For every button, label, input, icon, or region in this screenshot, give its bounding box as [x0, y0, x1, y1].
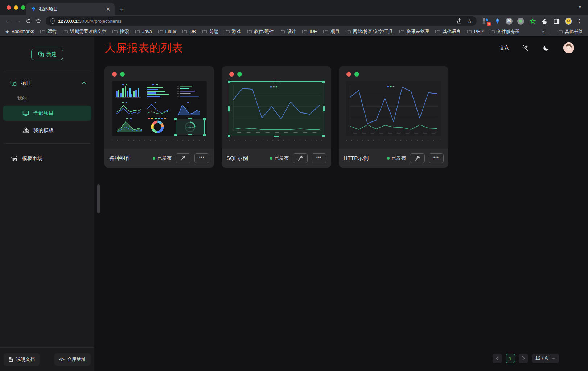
docs-button[interactable]: 说明文档	[4, 353, 40, 366]
bookmark-folder[interactable]: 资讯未整理	[399, 29, 429, 35]
project-thumbnail[interactable]	[346, 81, 441, 136]
back-icon[interactable]: ←	[3, 16, 13, 26]
browser-menu-icon[interactable]: ⋮	[577, 18, 582, 24]
main-content: 大屏报表的列表 文A	[94, 37, 588, 371]
card-footer: HTTP示例 已发布 •••	[339, 149, 448, 168]
bookmark-folder[interactable]: PHP	[467, 29, 484, 34]
project-card[interactable]: HTTP示例 已发布 •••	[339, 66, 448, 168]
tab-manager-extension-icon[interactable]: 9	[482, 17, 489, 25]
project-cards: 25.00% 各种组件 已发布 •••	[104, 66, 588, 168]
share-icon[interactable]	[457, 18, 462, 24]
status-dot	[270, 157, 272, 160]
star-icon: ★	[5, 29, 9, 34]
project-card[interactable]: SQL示例 已发布 •••	[222, 66, 331, 168]
bookmark-star-icon[interactable]: ☆	[467, 18, 472, 25]
maximize-window-button[interactable]	[21, 5, 25, 10]
hammer-icon	[415, 155, 420, 161]
bookmark-folder[interactable]: 网站/博客/文章/工具	[346, 29, 393, 35]
new-tab-button[interactable]: +	[120, 6, 124, 13]
tab-close-icon[interactable]: ✕	[106, 6, 110, 12]
bookmark-folder[interactable]: 运营	[40, 29, 57, 35]
bookmark-folder[interactable]: 搜索	[112, 29, 129, 35]
bookmark-folder[interactable]: IDE	[302, 29, 317, 34]
add-copy-icon	[38, 51, 44, 57]
extensions-puzzle-icon[interactable]	[541, 17, 548, 25]
goview-favicon	[30, 6, 36, 12]
next-page-button[interactable]	[519, 354, 528, 363]
magic-wand-icon[interactable]	[522, 45, 529, 51]
status-badge: 已发布	[270, 155, 289, 161]
http-line-chart-preview	[346, 81, 441, 136]
bookmark-folder[interactable]: 其他语言	[435, 29, 461, 35]
reload-icon[interactable]	[23, 16, 33, 26]
tab-search-chevron-icon[interactable]: ▼	[578, 4, 582, 9]
monitor-icon	[22, 110, 29, 116]
prev-page-button[interactable]	[493, 354, 502, 363]
sidebar-item-template-market[interactable]: 模板市场	[3, 151, 91, 166]
more-actions-button[interactable]: •••	[429, 153, 444, 163]
close-window-button[interactable]	[7, 5, 11, 10]
scrollbar-thumb[interactable]	[97, 184, 100, 213]
side-panel-icon[interactable]	[553, 17, 560, 25]
page-number-button[interactable]: 1	[506, 354, 515, 363]
language-icon[interactable]: 文A	[499, 44, 508, 52]
project-card[interactable]: 25.00% 各种组件 已发布 •••	[104, 66, 214, 168]
edit-project-button[interactable]	[293, 153, 308, 163]
sidebar-item-my-templates[interactable]: 我的模板	[3, 123, 91, 138]
bookmark-folder[interactable]: 文件服务器	[490, 29, 520, 35]
bookmark-folder[interactable]: 前端	[202, 29, 218, 35]
bookmark-folder[interactable]: 近期需要读的文章	[63, 29, 106, 35]
sidebar-group-project[interactable]: 项目	[3, 75, 91, 91]
more-actions-button[interactable]: •••	[312, 153, 326, 163]
sidebar: 新建 项目 我的 全部项目 我的模板	[0, 37, 94, 371]
macos-traffic-lights	[7, 5, 25, 10]
chevron-up-icon[interactable]	[82, 82, 86, 84]
extensions-row: 9 ⌘ ⋮	[479, 17, 585, 25]
bookmark-folder[interactable]: 游戏	[225, 29, 241, 35]
chevron-left-icon	[496, 356, 499, 360]
star-extension-icon[interactable]	[529, 17, 536, 25]
sql-line-chart-preview	[229, 82, 324, 136]
chevron-down-icon	[552, 357, 555, 359]
gem-extension-icon[interactable]	[494, 17, 501, 25]
bookmark-folder[interactable]: Java	[135, 29, 152, 34]
bookmark-item[interactable]: ★Bookmarks	[5, 29, 34, 34]
user-avatar[interactable]	[563, 42, 574, 53]
more-actions-button[interactable]: •••	[194, 153, 209, 163]
site-info-icon[interactable]: i	[50, 18, 55, 24]
thumbnail-ruler-dots	[346, 140, 441, 141]
shortcut-extension-icon[interactable]: ⌘	[506, 18, 513, 25]
bookmark-folder[interactable]: Linux	[158, 29, 176, 34]
bookmarks-bar: ★Bookmarks 运营 近期需要读的文章 搜索 Java Linux DB …	[0, 27, 588, 37]
home-icon[interactable]	[33, 16, 44, 26]
url-bar[interactable]: i 127.0.0.1:3000/#/project/items ☆	[46, 16, 477, 26]
forward-icon[interactable]: →	[13, 16, 23, 26]
card-title: SQL示例	[226, 155, 266, 162]
browser-tab[interactable]: 我的项目 ✕	[26, 3, 115, 15]
tab-title: 我的项目	[39, 6, 103, 12]
url-host: 127.0.0.1	[58, 18, 78, 24]
bookmark-folder[interactable]: DB	[182, 29, 196, 34]
store-icon	[11, 155, 18, 162]
edit-project-button[interactable]	[410, 153, 425, 163]
sidebar-item-all-projects[interactable]: 全部项目	[3, 106, 91, 121]
bookmarks-overflow-chevron[interactable]: »	[542, 29, 545, 34]
project-thumbnail[interactable]	[229, 81, 324, 136]
url-text[interactable]: 127.0.0.1:3000/#/project/items	[58, 18, 454, 24]
hammer-icon	[297, 155, 303, 161]
bookmark-folder[interactable]: 项目	[323, 29, 340, 35]
project-thumbnail[interactable]: 25.00%	[112, 81, 207, 136]
dark-mode-moon-icon[interactable]	[543, 45, 550, 51]
thumbnail-ruler-dots	[229, 140, 324, 141]
new-project-button[interactable]: 新建	[31, 49, 63, 60]
other-bookmarks-folder[interactable]: 其他书签	[558, 29, 583, 35]
page-size-select[interactable]: 12 / 页	[532, 354, 559, 363]
bookmark-folder[interactable]: 设计	[280, 29, 296, 35]
edit-project-button[interactable]	[176, 153, 190, 163]
recorder-extension-icon[interactable]	[517, 18, 524, 25]
bookmark-folder[interactable]: 软件/硬件	[247, 29, 274, 35]
minimize-window-button[interactable]	[14, 5, 18, 10]
devices-icon	[10, 80, 17, 86]
repo-button[interactable]: </> 仓库地址	[54, 353, 91, 366]
profile-avatar[interactable]	[565, 17, 572, 25]
